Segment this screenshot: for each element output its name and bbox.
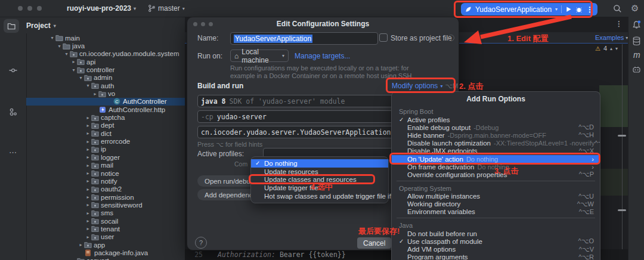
tab-options-icon[interactable]: ⋮	[615, 20, 623, 28]
tree-row-errorcode[interactable]: ▸errorcode	[26, 137, 185, 145]
chevron-collapsed-icon[interactable]: ▸	[78, 242, 84, 247]
tree-row-notice[interactable]: ▸notice	[26, 169, 185, 177]
chevron-collapsed-icon[interactable]: ▸	[92, 91, 98, 97]
modify-options-dropdown[interactable]: Modify options ▾ ⌥M	[392, 82, 458, 90]
notifications-bell-icon[interactable]	[632, 20, 641, 30]
run-configuration-widget[interactable]: YudaoServerApplication ▾ ⋮	[461, 3, 597, 16]
menu-item-disable-launch-optimization[interactable]: Disable launch optimization-XX:TieredSto…	[392, 140, 600, 147]
chevron-collapsed-icon[interactable]: ▸	[85, 139, 91, 144]
chevron-expanded-icon[interactable]: ▾	[56, 44, 63, 49]
tree-row-oauth2[interactable]: ▸oauth2	[26, 185, 185, 193]
popup-item-update-trigger-file[interactable]: Update trigger file	[251, 184, 388, 192]
window-close-icon[interactable]	[18, 6, 23, 11]
chevron-down-icon[interactable]: ▾	[615, 46, 618, 51]
tree-row-captcha[interactable]: ▸captcha	[26, 113, 185, 121]
chevron-expanded-icon[interactable]: ▾	[49, 35, 55, 41]
chevron-expanded-icon[interactable]: ▾	[70, 67, 77, 73]
chevron-up-icon[interactable]: ▴	[610, 46, 612, 51]
menu-item-on-update-action[interactable]: On 'Update' actionDo nothing›	[392, 155, 600, 163]
tree-row-admin[interactable]: ▾admin	[26, 74, 185, 82]
database-icon[interactable]	[632, 36, 641, 46]
menu-item-use-classpath-of-module[interactable]: ✓Use classpath of module^⌥O	[392, 237, 600, 245]
menu-item-do-not-build-before-run[interactable]: Do not build before run	[392, 230, 600, 237]
examples-dropdown[interactable]: Examples ▾	[595, 34, 628, 41]
chevron-collapsed-icon[interactable]: ▸	[85, 187, 91, 192]
chevron-collapsed-icon[interactable]: ▸	[85, 123, 91, 128]
menu-item-active-profiles[interactable]: ✓Active profiles	[392, 116, 600, 123]
chevron-collapsed-icon[interactable]: ▸	[85, 211, 91, 216]
tree-row-notify[interactable]: ▸notify	[26, 177, 185, 185]
menu-item-allow-multiple-instances[interactable]: Allow multiple instances^⌥U	[392, 193, 600, 200]
tree-row-java[interactable]: ▾java	[26, 42, 185, 49]
run-on-select[interactable]: ⌂ Local machine ▾	[230, 49, 289, 62]
project-tool-window-button[interactable]	[4, 19, 19, 33]
editor-scrollbar[interactable]	[622, 44, 623, 260]
settings-gear-icon[interactable]: ⚙	[631, 3, 639, 14]
menu-item-enable-debug-output[interactable]: Enable debug output-Ddebug^⌥D	[392, 123, 600, 131]
chevron-collapsed-icon[interactable]: ▸	[85, 115, 91, 120]
popup-item-hot-swap-classes-and-update-trigger-file-if-failed[interactable]: Hot swap classes and update trigger file…	[251, 192, 388, 200]
tree-row-authcontroller[interactable]: CAuthController	[26, 98, 185, 106]
popup-item-update-classes-and-resources[interactable]: Update classes and resources	[251, 176, 388, 184]
tree-row-package-info-java[interactable]: package-info.java	[26, 249, 185, 256]
search-icon[interactable]	[613, 4, 622, 13]
tree-row-sms[interactable]: ▸sms	[26, 209, 185, 217]
project-selector[interactable]: ruoyi-vue-pro-2023 ▾	[67, 0, 136, 17]
chevron-collapsed-icon[interactable]: ▸	[85, 234, 91, 240]
window-zoom-icon[interactable]	[37, 6, 42, 11]
tree-row-permission[interactable]: ▸permission	[26, 193, 185, 201]
tree-row-dept[interactable]: ▸dept	[26, 122, 185, 129]
menu-item-hide-banner[interactable]: Hide banner-Dspring.main.banner-mode=OFF…	[392, 131, 600, 139]
chevron-collapsed-icon[interactable]: ▸	[85, 147, 91, 152]
chevron-collapsed-icon[interactable]: ▸	[85, 154, 91, 160]
manage-targets-link[interactable]: Manage targets...	[295, 52, 350, 60]
tree-row-sensitiveword[interactable]: ▸sensitiveword	[26, 201, 185, 209]
project-panel-title[interactable]: Project ▾	[26, 18, 56, 33]
chevron-collapsed-icon[interactable]: ▸	[85, 218, 91, 224]
window-minimize-icon[interactable]	[27, 6, 32, 11]
tree-row-mail[interactable]: ▸mail	[26, 162, 185, 169]
structure-icon[interactable]	[9, 108, 17, 116]
tree-row-authcontroller-http[interactable]: AuthController.http	[26, 106, 185, 113]
tree-row-app[interactable]: ▸app	[26, 241, 185, 249]
store-as-project-file-checkbox[interactable]	[379, 33, 388, 42]
chevron-collapsed-icon[interactable]: ▸	[85, 194, 91, 200]
menu-item-environment-variables[interactable]: Environment variables^⌥E	[392, 208, 600, 216]
tree-row-user[interactable]: ▸user	[26, 233, 185, 241]
tree-row-auth[interactable]: ▾auth	[26, 82, 185, 89]
tree-row-dict[interactable]: ▸dict	[26, 129, 185, 137]
commit-icon[interactable]	[9, 66, 17, 75]
tree-row-ip[interactable]: ▸ip	[26, 146, 185, 153]
popup-item-do-nothing[interactable]: ✓Do nothing	[251, 159, 388, 168]
tree-row-tenant[interactable]: ▸tenant	[26, 225, 185, 233]
tree-row-cn-iocoder-yudao-module-system[interactable]: ▾cn.iocoder.yudao.module.system	[26, 50, 185, 58]
more-tool-windows-icon[interactable]: ⋯	[9, 148, 17, 157]
menu-item-program-arguments[interactable]: Program arguments^⌥R	[392, 253, 600, 260]
tree-row-vo[interactable]: ▸vo	[26, 89, 185, 97]
tree-row-convert[interactable]: ▸convert	[26, 257, 185, 260]
chevron-collapsed-icon[interactable]: ▸	[85, 171, 91, 176]
menu-item-disable-jmx-endpoints[interactable]: Disable JMX endpoints^⌥X	[392, 147, 600, 155]
chevron-collapsed-icon[interactable]: ▸	[85, 178, 91, 184]
branch-selector[interactable]: master ▾	[148, 0, 185, 17]
menu-item-override-configuration-properties[interactable]: Override configuration properties^⌥P	[392, 171, 600, 178]
robot-icon[interactable]	[632, 65, 641, 74]
more-options-icon[interactable]: ⋮	[586, 5, 593, 14]
chevron-collapsed-icon[interactable]: ▸	[85, 163, 91, 168]
help-button[interactable]: ?	[195, 237, 207, 249]
tree-row-main[interactable]: ▾main	[26, 34, 185, 42]
chevron-collapsed-icon[interactable]: ▸	[85, 226, 91, 231]
debug-button[interactable]	[575, 6, 583, 13]
chevron-collapsed-icon[interactable]: ▸	[70, 59, 77, 64]
name-input[interactable]: YudaoServerApplication	[230, 32, 378, 45]
menu-item-on-frame-deactivation[interactable]: On frame deactivationDo nothing›	[392, 163, 600, 171]
chevron-collapsed-icon[interactable]: ▸	[85, 131, 91, 136]
inspection-widget[interactable]: ⚠ 4 ▴ ▾	[595, 45, 618, 52]
run-button[interactable]	[565, 6, 572, 13]
chevron-expanded-icon[interactable]: ▾	[85, 83, 91, 88]
chevron-expanded-icon[interactable]: ▾	[63, 51, 70, 57]
chevron-collapsed-icon[interactable]: ▸	[85, 202, 91, 208]
chevron-expanded-icon[interactable]: ▾	[78, 75, 84, 81]
tree-row-controller[interactable]: ▾controller	[26, 66, 185, 73]
tree-row-socail[interactable]: ▸socail	[26, 217, 185, 225]
